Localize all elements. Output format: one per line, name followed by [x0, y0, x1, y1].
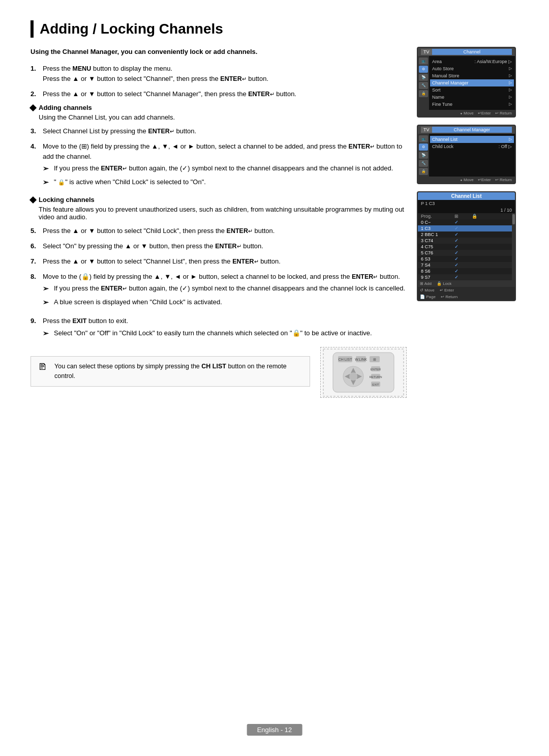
menu-item-channelmanager: Channel Manager▷ — [430, 79, 514, 86]
step-9-text: Press the EXIT button to exit. ➢ Select … — [43, 316, 407, 342]
row-5-prog: 5 C76 — [421, 250, 446, 255]
step-8: 8. Move to the (🔒) field by pressing the… — [30, 272, 407, 311]
tv-menu-1: Area: Asia/W.Europe ▷ Auto Store▷ Manual… — [429, 56, 515, 110]
step-3-text: Select Channel List by pressing the ENTE… — [43, 126, 407, 136]
step-4-text: Move to the (⊞) field by pressing the ▲,… — [43, 141, 407, 191]
tv-menu-2: Channel List▷ Child Lock: Off ▷ — [429, 134, 515, 177]
note-4b: ➢ " 🔒" is active when "Child Lock" is se… — [43, 177, 407, 188]
cl-row-5: 5 C76 ✓ — [418, 250, 512, 256]
cl-row-9: 9 S7 ✓ — [418, 274, 512, 280]
tv-footer-1: ⬥ Move ↵Enter ↩ Return — [418, 110, 515, 117]
left-column: Using the Channel Manager, you can conve… — [30, 47, 407, 398]
cl-row-1: 1 C3 ✓ — [418, 225, 512, 231]
right-column: TV Channel 📺 ⚙ 📡 🔧 🔒 Area: Asia/W.Europe… — [417, 47, 518, 398]
locking-channels-title: Locking channels — [39, 196, 95, 203]
chlist-key: CH LIST — [201, 363, 226, 370]
step-6-text: Select "On" by pressing the ▲ or ▼ butto… — [43, 241, 407, 251]
cl-row-6: 6 S3 ✓ — [418, 256, 512, 262]
sidebar-icon-4: 🔧 — [419, 82, 428, 89]
tv-screen-2-body: 📺 ⚙ 📡 🔧 🔒 Channel List▷ Child Lock: Off … — [418, 134, 515, 177]
scrollbar[interactable] — [512, 213, 515, 280]
step-2-num: 2. — [30, 89, 40, 99]
sidebar-icon-1: 📺 — [419, 57, 428, 65]
note-8b: ➢ A blue screen is displayed when "Child… — [43, 297, 407, 308]
tv-footer-2: ⬥ Move ↵Enter ↩ Return — [418, 177, 515, 183]
menu-item-name: Name▷ — [432, 94, 512, 101]
step-6-num: 6. — [30, 241, 40, 251]
cl-return-label: ↩ Return — [441, 295, 458, 299]
step-6: 6. Select "On" by pressing the ▲ or ▼ bu… — [30, 241, 407, 251]
diamond-icon-1 — [29, 104, 37, 111]
bottom-content: 🖹 You can select these options by simply… — [30, 347, 407, 398]
tv-screen-2-header: TV Channel Manager — [418, 126, 515, 134]
svg-point-13 — [349, 372, 357, 381]
enter-key-4a: ENTER — [101, 165, 123, 172]
step-2: 2. Press the ▲ or ▼ button to select "Ch… — [30, 89, 407, 99]
cl-row-4: 4 C75 ✓ — [418, 244, 512, 250]
cl-subheader: P 1 C3 — [418, 200, 515, 207]
footer-return-2: ↩ Return — [495, 178, 512, 182]
step-3-num: 3. — [30, 126, 40, 136]
remote-image: CH LIST W.LINK ⊞ ENTER RETUR — [320, 347, 407, 398]
svg-text:W.LINK: W.LINK — [355, 358, 367, 361]
note-8b-text: A blue screen is displayed when "Child L… — [54, 297, 407, 308]
adding-channels-title: Adding channels — [39, 104, 92, 111]
intro-text: Using the Channel Manager, you can conve… — [30, 47, 407, 57]
row-2-check: ✓ — [446, 232, 467, 237]
row-9-prog: 9 S7 — [421, 275, 446, 280]
step-7-num: 7. — [30, 256, 40, 267]
exit-key: EXIT — [73, 317, 87, 325]
enter-sym-2: ↵ — [270, 91, 274, 97]
cl-col-headers: Prog. ⊞ 🔒 — [418, 213, 512, 219]
channel-list-screen: Channel List P 1 C3 1 / 10 Prog. ⊞ 🔒 0 C… — [417, 191, 516, 301]
row-6-check: ✓ — [446, 256, 467, 261]
locking-channels-section: Locking channels This feature allows you… — [30, 196, 407, 221]
tv-label-2: TV — [421, 127, 432, 133]
cl-row-2: 2 BBC 1 ✓ — [418, 231, 512, 238]
note-9: ➢ Select "On" or "Off" in "Child Lock" t… — [43, 328, 407, 339]
step-2-text: Press the ▲ or ▼ button to select "Chann… — [43, 89, 407, 99]
arrow-icon-8a: ➢ — [43, 283, 51, 294]
svg-text:EXIT: EXIT — [372, 383, 379, 386]
sidebar2-icon-1: 📺 — [419, 135, 428, 142]
cl-footer-3: 📄 Page ↩ Return — [418, 294, 515, 300]
menu-item-manualstore: Manual Store▷ — [432, 72, 512, 79]
tv-sidebar-2: 📺 ⚙ 📡 🔧 🔒 — [418, 134, 429, 177]
row-0-check: ✓ — [446, 220, 467, 225]
arrow-icon-4a: ➢ — [43, 163, 51, 174]
tv-screen-1-header: TV Channel — [418, 48, 515, 56]
svg-text:RETURN: RETURN — [370, 375, 382, 379]
cl-list: Prog. ⊞ 🔒 0 C− ✓ 1 C3 ✓ — [418, 213, 512, 280]
cl-row-3: 3 C74 ✓ — [418, 238, 512, 244]
step-8-text: Move to the (🔒) field by pressing the ▲,… — [43, 272, 407, 311]
channel-label-2: Channel Manager — [432, 127, 512, 133]
enter-key-6: ENTER — [215, 243, 236, 250]
sidebar2-icon-2: ⚙ — [419, 143, 428, 151]
enter-key-3: ENTER — [148, 128, 169, 135]
col-lock: 🔒 — [467, 214, 482, 219]
enter-sym-3: ↵ — [170, 128, 174, 134]
row-0-prog: 0 C− — [421, 220, 446, 225]
note-8a-text: If you press the ENTER↵ button again, th… — [54, 283, 407, 294]
sidebar-icon-5: 🔒 — [419, 90, 428, 97]
cl-row-0: 0 C− ✓ — [418, 219, 512, 225]
enter-key-4: ENTER — [349, 143, 370, 150]
cl-row-7: 7 S4 ✓ — [418, 262, 512, 268]
step-1-num: 1. — [30, 64, 40, 84]
tv-label-1: TV — [421, 49, 432, 55]
enter-key-8: ENTER — [352, 273, 373, 280]
tv-screen-1-body: 📺 ⚙ 📡 🔧 🔒 Area: Asia/W.Europe ▷ Auto Sto… — [418, 56, 515, 110]
row-8-prog: 8 S6 — [421, 269, 446, 274]
step-7: 7. Press the ▲ or ▼ button to select "Ch… — [30, 256, 407, 267]
note-4a: ➢ If you press the ENTER↵ button again, … — [43, 163, 407, 174]
cl-add-label: ⊞ Add — [420, 281, 432, 286]
row-2-prog: 2 BBC 1 — [421, 232, 446, 237]
footer-enter-1: ↵Enter — [478, 111, 491, 115]
row-5-check: ✓ — [446, 250, 467, 255]
svg-text:ENTER: ENTER — [371, 368, 381, 371]
step-1: 1. Press the MENU button to display the … — [30, 64, 407, 84]
row-1-check: ✓ — [446, 226, 467, 231]
row-9-check: ✓ — [446, 275, 467, 280]
step-8-num: 8. — [30, 272, 40, 311]
arrow-icon-4b: ➢ — [43, 177, 51, 188]
